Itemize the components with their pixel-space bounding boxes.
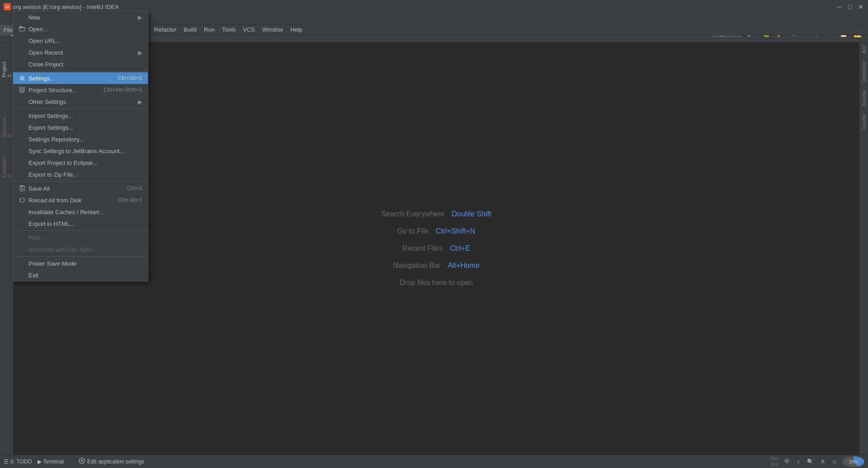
menu-item-settings-repository[interactable]: Settings Repository... (13, 133, 148, 145)
svg-rect-9 (23, 92, 24, 93)
menu-item-project-structure[interactable]: Project Structure... Ctrl+Alt+Shift+S (13, 84, 148, 96)
menu-item-export-eclipse[interactable]: Export Project to Eclipse... (13, 157, 148, 168)
sidebar-icon-favorites[interactable]: 2: Favorites (1, 162, 12, 173)
lang-emoji-button[interactable]: ☺ (830, 459, 839, 465)
svg-rect-2 (19, 27, 25, 31)
help-menu-item[interactable]: Help (287, 24, 306, 35)
lang-input-button[interactable]: A (819, 459, 826, 465)
window-title: org.westos [E:\org.westos] - IntelliJ ID… (13, 4, 119, 10)
minimize-button[interactable]: ─ (835, 3, 843, 10)
export-eclipse-icon (19, 159, 26, 166)
sync-icon (19, 147, 26, 154)
menu-reload-shortcut: Ctrl+Alt+Y (118, 197, 142, 203)
close-button[interactable]: ✕ (857, 3, 864, 10)
other-settings-arrow: ▶ (138, 98, 142, 105)
terminal-label: Terminal (43, 459, 64, 465)
menu-item-open[interactable]: Open... (13, 23, 148, 35)
todo-tab[interactable]: ☰ 6: TODO (4, 459, 32, 465)
export-zip-icon (19, 171, 26, 178)
menu-project-structure-label: Project Structure... (28, 87, 77, 94)
menu-item-export-zip[interactable]: Export to Zip File... (13, 168, 148, 180)
lang-zh-button[interactable]: 中 (783, 458, 792, 465)
menu-item-associate: Associate with File Type... (13, 243, 148, 255)
other-settings-icon (19, 98, 26, 105)
menu-item-other-settings[interactable]: Other Settings ▶ (13, 96, 148, 108)
svg-text:IJ: IJ (5, 5, 9, 9)
save-all-icon (19, 185, 26, 192)
hint-drop-label: Drop files here to open (400, 279, 473, 287)
svg-rect-6 (19, 89, 22, 91)
separator-2 (13, 108, 148, 109)
network-speed-display: ↑ 0k/s ↓ 0k/s (766, 455, 778, 468)
menu-item-new[interactable]: New ▶ (13, 11, 148, 23)
title-bar-controls: ─ □ ✕ (835, 3, 864, 10)
svg-point-15 (81, 460, 83, 462)
build-menu-item[interactable]: Build (180, 24, 200, 35)
right-tab-ant[interactable]: Ant (860, 42, 868, 57)
bottom-right: ↑ 0k/s ↓ 0k/s 中 ♪ 🔍 A ☺ 38% (766, 455, 864, 468)
open-recent-icon (19, 49, 26, 56)
right-tab-gooble[interactable]: Gooble (860, 110, 868, 133)
file-menu-label: File (4, 27, 13, 33)
run-menu-item[interactable]: Run (200, 24, 218, 35)
lang-music-button[interactable]: ♪ (795, 459, 802, 465)
menu-item-invalidate[interactable]: Invalidate Caches / Restart... (13, 206, 148, 218)
vcs-menu-item[interactable]: VCS (239, 24, 259, 35)
menu-associate-label: Associate with File Type... (28, 246, 96, 253)
separator-3 (13, 181, 148, 182)
svg-rect-13 (21, 189, 23, 190)
menu-reload-label: Reload All from Disk (28, 197, 81, 204)
memory-percent-label: 38% (849, 459, 859, 464)
lang-search-button[interactable]: 🔍 (805, 459, 816, 465)
menu-import-settings-label: Import Settings... (28, 112, 73, 119)
hint-search-everywhere: Search Everywhere Double Shift (382, 210, 491, 218)
open-recent-arrow: ▶ (138, 49, 142, 56)
menu-item-reload[interactable]: Reload All from Disk Ctrl+Alt+Y (13, 194, 148, 206)
menu-export-zip-label: Export to Zip File... (28, 171, 78, 178)
terminal-tab[interactable]: ▶ Terminal (38, 459, 64, 465)
upload-arrow-icon: ↑ (766, 455, 769, 462)
svg-rect-5 (19, 87, 25, 89)
new-arrow: ▶ (138, 14, 142, 21)
left-sidebar: 1: Project Z-Structure 2: Favorites (0, 42, 14, 454)
hint-search-label: Search Everywhere (382, 210, 445, 218)
menu-item-export-html[interactable]: Export to HTML... (13, 218, 148, 229)
open-icon (19, 25, 26, 33)
menu-item-open-url[interactable]: Open URL... (13, 35, 148, 47)
app-icon: IJ (4, 3, 11, 10)
tools-menu-item[interactable]: Tools (218, 24, 239, 35)
menu-item-exit[interactable]: Exit (13, 269, 148, 281)
menu-item-settings[interactable]: Settings... Ctrl+Alt+S (13, 72, 148, 84)
settings-repo-icon (19, 136, 26, 143)
print-icon (19, 234, 26, 241)
hint-nav-label: Navigation Bar (393, 262, 440, 270)
window-menu-item[interactable]: Window (259, 24, 287, 35)
maximize-button[interactable]: □ (846, 3, 854, 10)
hint-search-shortcut: Double Shift (452, 210, 491, 218)
right-tab-database[interactable]: Database (860, 57, 868, 86)
menu-item-sync-settings[interactable]: Sync Settings to JetBrains Account... (13, 145, 148, 157)
svg-rect-7 (23, 89, 25, 91)
hint-goto-label: Go to File (397, 227, 429, 235)
title-bar-left: IJ org.westos [E:\org.westos] - IntelliJ… (4, 3, 119, 10)
right-tab-aicoder[interactable]: AIcoder (860, 86, 868, 110)
refactor-menu-item[interactable]: Refactor (151, 24, 180, 35)
hint-nav-bar: Navigation Bar Alt+Home (393, 262, 480, 270)
power-save-icon (19, 260, 26, 267)
menu-item-save-all[interactable]: Save All Ctrl+S (13, 183, 148, 194)
menu-item-open-recent[interactable]: Open Recent ▶ (13, 47, 148, 58)
menu-power-save-label: Power Save Mode (28, 260, 76, 267)
menu-item-export-settings[interactable]: Export Settings... (13, 122, 148, 133)
menu-item-power-save[interactable]: Power Save Mode (13, 257, 148, 269)
menu-item-import-settings[interactable]: Import Settings... (13, 110, 148, 122)
import-icon (19, 112, 26, 119)
menu-item-close-project[interactable]: Close Project (13, 58, 148, 70)
edit-settings-item[interactable]: Edit application settings (78, 457, 144, 466)
associate-icon (19, 246, 26, 253)
upload-speed-value: 0k/s (770, 455, 778, 462)
sidebar-icon-1[interactable]: 1: Project (1, 64, 12, 75)
edit-settings-icon (78, 457, 85, 466)
export-html-icon (19, 220, 26, 227)
memory-indicator[interactable]: 38% (843, 456, 864, 467)
sidebar-icon-structure[interactable]: Z-Structure (1, 122, 12, 133)
